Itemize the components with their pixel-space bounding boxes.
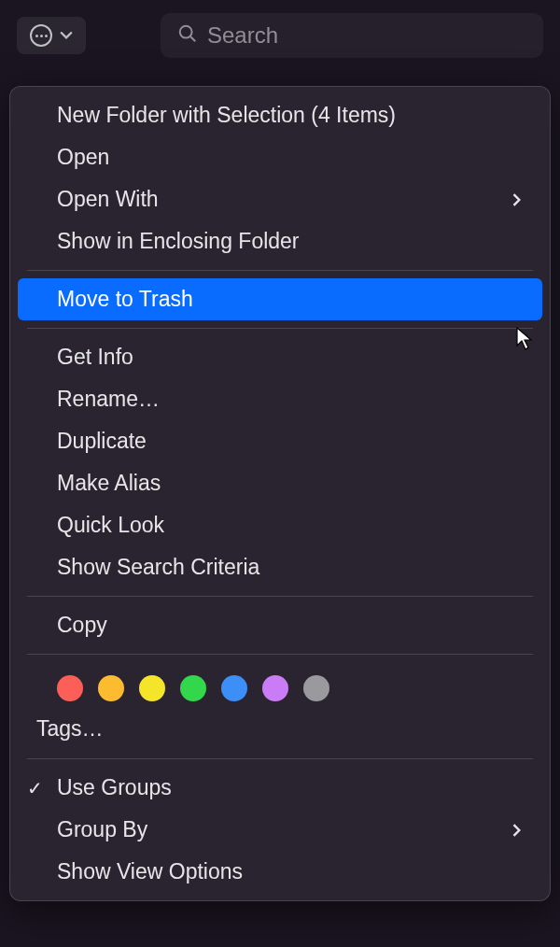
tag-red[interactable] bbox=[57, 675, 83, 701]
ellipsis-circle-icon bbox=[30, 24, 52, 47]
tag-green[interactable] bbox=[180, 675, 206, 701]
menu-separator bbox=[27, 596, 533, 597]
menu-separator bbox=[27, 328, 533, 329]
menu-rename[interactable]: Rename… bbox=[10, 378, 550, 420]
search-input[interactable]: Search bbox=[161, 13, 543, 58]
tag-gray[interactable] bbox=[303, 675, 329, 701]
tag-color-row bbox=[10, 662, 550, 711]
menu-separator bbox=[27, 654, 533, 655]
menu-open-with[interactable]: Open With bbox=[10, 178, 550, 220]
chevron-right-icon bbox=[512, 825, 524, 836]
menu-separator bbox=[27, 758, 533, 759]
context-menu: New Folder with Selection (4 Items) Open… bbox=[9, 86, 551, 901]
svg-line-1 bbox=[190, 36, 195, 41]
menu-copy[interactable]: Copy bbox=[10, 604, 550, 646]
chevron-right-icon bbox=[512, 194, 524, 205]
chevron-down-icon bbox=[60, 29, 73, 42]
tag-blue[interactable] bbox=[221, 675, 247, 701]
menu-show-enclosing-folder[interactable]: Show in Enclosing Folder bbox=[10, 220, 550, 262]
menu-separator bbox=[27, 270, 533, 271]
search-icon bbox=[177, 23, 198, 48]
menu-new-folder-selection[interactable]: New Folder with Selection (4 Items) bbox=[10, 94, 550, 136]
menu-quick-look[interactable]: Quick Look bbox=[10, 504, 550, 546]
menu-get-info[interactable]: Get Info bbox=[10, 336, 550, 378]
menu-move-to-trash[interactable]: Move to Trash bbox=[18, 278, 542, 320]
menu-show-search-criteria[interactable]: Show Search Criteria bbox=[10, 546, 550, 588]
search-placeholder: Search bbox=[207, 22, 278, 49]
tag-yellow[interactable] bbox=[139, 675, 165, 701]
menu-group-by[interactable]: Group By bbox=[10, 809, 550, 851]
menu-show-view-options[interactable]: Show View Options bbox=[10, 851, 550, 893]
check-icon: ✓ bbox=[27, 777, 43, 799]
menu-make-alias[interactable]: Make Alias bbox=[10, 462, 550, 504]
toolbar: Search bbox=[0, 0, 560, 71]
svg-point-0 bbox=[180, 26, 192, 38]
menu-tags[interactable]: Tags… bbox=[10, 711, 550, 751]
more-actions-button[interactable] bbox=[17, 17, 86, 54]
menu-use-groups[interactable]: ✓ Use Groups bbox=[10, 767, 550, 809]
menu-duplicate[interactable]: Duplicate bbox=[10, 420, 550, 462]
tag-orange[interactable] bbox=[98, 675, 124, 701]
tag-purple[interactable] bbox=[262, 675, 288, 701]
menu-open[interactable]: Open bbox=[10, 136, 550, 178]
